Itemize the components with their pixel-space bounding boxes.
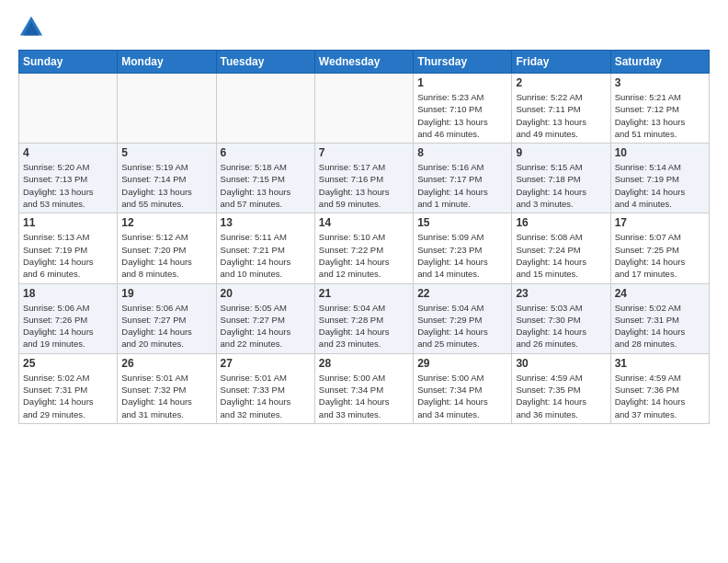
calendar-day-cell: 18Sunrise: 5:06 AMSunset: 7:26 PMDayligh… (19, 283, 118, 353)
calendar-day-cell: 13Sunrise: 5:11 AMSunset: 7:21 PMDayligh… (216, 213, 314, 283)
calendar-day-cell (19, 74, 118, 144)
day-of-week-header: Monday (118, 51, 216, 74)
day-of-week-header: Saturday (610, 51, 709, 74)
day-number: 11 (23, 216, 113, 229)
day-info: Sunrise: 5:06 AMSunset: 7:27 PMDaylight:… (121, 302, 211, 350)
day-number: 10 (615, 146, 705, 159)
calendar-day-cell: 2Sunrise: 5:22 AMSunset: 7:11 PMDaylight… (512, 74, 610, 144)
calendar-day-cell: 24Sunrise: 5:02 AMSunset: 7:31 PMDayligh… (610, 283, 709, 353)
day-number: 25 (23, 357, 113, 370)
day-info: Sunrise: 5:04 AMSunset: 7:28 PMDaylight:… (319, 302, 409, 350)
calendar-day-cell: 16Sunrise: 5:08 AMSunset: 7:24 PMDayligh… (512, 213, 610, 283)
day-number: 23 (516, 287, 606, 300)
day-number: 14 (319, 216, 409, 229)
day-info: Sunrise: 5:15 AMSunset: 7:18 PMDaylight:… (516, 161, 606, 210)
day-number: 24 (615, 287, 705, 300)
day-info: Sunrise: 5:11 AMSunset: 7:21 PMDaylight:… (221, 231, 311, 280)
calendar-day-cell: 7Sunrise: 5:17 AMSunset: 7:16 PMDaylight… (314, 144, 413, 213)
day-info: Sunrise: 5:00 AMSunset: 7:34 PMDaylight:… (417, 372, 507, 420)
day-number: 17 (615, 216, 705, 229)
calendar-week-row: 4Sunrise: 5:20 AMSunset: 7:13 PMDaylight… (19, 144, 710, 213)
calendar-day-cell (118, 74, 216, 144)
calendar-day-cell (216, 74, 314, 144)
logo-icon (18, 15, 44, 40)
day-number: 12 (121, 216, 211, 229)
day-number: 4 (23, 146, 113, 159)
calendar-day-cell: 20Sunrise: 5:05 AMSunset: 7:27 PMDayligh… (216, 283, 314, 353)
calendar-week-row: 11Sunrise: 5:13 AMSunset: 7:19 PMDayligh… (19, 213, 710, 283)
calendar-day-cell: 17Sunrise: 5:07 AMSunset: 7:25 PMDayligh… (610, 213, 709, 283)
day-number: 16 (516, 216, 606, 229)
calendar-day-cell: 15Sunrise: 5:09 AMSunset: 7:23 PMDayligh… (414, 213, 512, 283)
calendar-day-cell: 6Sunrise: 5:18 AMSunset: 7:15 PMDaylight… (216, 144, 314, 213)
calendar-day-cell: 12Sunrise: 5:12 AMSunset: 7:20 PMDayligh… (118, 213, 216, 283)
day-info: Sunrise: 5:21 AMSunset: 7:12 PMDaylight:… (615, 91, 705, 140)
day-number: 15 (417, 216, 507, 229)
calendar-day-cell: 29Sunrise: 5:00 AMSunset: 7:34 PMDayligh… (414, 353, 512, 423)
day-number: 5 (121, 146, 211, 159)
calendar-day-cell: 28Sunrise: 5:00 AMSunset: 7:34 PMDayligh… (314, 353, 413, 423)
day-number: 20 (221, 287, 311, 300)
calendar-day-cell: 3Sunrise: 5:21 AMSunset: 7:12 PMDaylight… (610, 74, 709, 144)
day-info: Sunrise: 5:13 AMSunset: 7:19 PMDaylight:… (23, 231, 113, 280)
day-number: 8 (417, 146, 507, 159)
calendar-week-row: 25Sunrise: 5:02 AMSunset: 7:31 PMDayligh… (19, 353, 710, 423)
day-info: Sunrise: 4:59 AMSunset: 7:35 PMDaylight:… (516, 372, 606, 420)
day-number: 6 (221, 146, 311, 159)
day-number: 29 (417, 357, 507, 370)
calendar-day-cell: 30Sunrise: 4:59 AMSunset: 7:35 PMDayligh… (512, 353, 610, 423)
day-info: Sunrise: 5:01 AMSunset: 7:32 PMDaylight:… (121, 372, 211, 420)
day-info: Sunrise: 5:08 AMSunset: 7:24 PMDaylight:… (516, 231, 606, 280)
day-info: Sunrise: 5:10 AMSunset: 7:22 PMDaylight:… (319, 231, 409, 280)
day-number: 26 (121, 357, 211, 370)
day-number: 22 (417, 287, 507, 300)
day-number: 19 (121, 287, 211, 300)
calendar-day-cell: 5Sunrise: 5:19 AMSunset: 7:14 PMDaylight… (118, 144, 216, 213)
calendar-day-cell: 9Sunrise: 5:15 AMSunset: 7:18 PMDaylight… (512, 144, 610, 213)
calendar-header-row: SundayMondayTuesdayWednesdayThursdayFrid… (19, 51, 710, 74)
calendar-day-cell: 25Sunrise: 5:02 AMSunset: 7:31 PMDayligh… (19, 353, 118, 423)
day-number: 13 (221, 216, 311, 229)
day-info: Sunrise: 5:19 AMSunset: 7:14 PMDaylight:… (121, 161, 211, 210)
calendar-day-cell: 26Sunrise: 5:01 AMSunset: 7:32 PMDayligh… (118, 353, 216, 423)
calendar-day-cell: 10Sunrise: 5:14 AMSunset: 7:19 PMDayligh… (610, 144, 709, 213)
day-number: 7 (319, 146, 409, 159)
calendar-day-cell: 1Sunrise: 5:23 AMSunset: 7:10 PMDaylight… (414, 74, 512, 144)
day-info: Sunrise: 5:22 AMSunset: 7:11 PMDaylight:… (516, 91, 606, 140)
calendar-day-cell: 21Sunrise: 5:04 AMSunset: 7:28 PMDayligh… (314, 283, 413, 353)
day-of-week-header: Tuesday (216, 51, 314, 74)
day-number: 30 (516, 357, 606, 370)
calendar-day-cell: 31Sunrise: 4:59 AMSunset: 7:36 PMDayligh… (610, 353, 709, 423)
day-info: Sunrise: 5:02 AMSunset: 7:31 PMDaylight:… (23, 372, 113, 420)
day-number: 21 (319, 287, 409, 300)
day-info: Sunrise: 5:03 AMSunset: 7:30 PMDaylight:… (516, 302, 606, 350)
day-info: Sunrise: 4:59 AMSunset: 7:36 PMDaylight:… (615, 372, 705, 420)
day-info: Sunrise: 5:18 AMSunset: 7:15 PMDaylight:… (221, 161, 311, 210)
day-info: Sunrise: 5:04 AMSunset: 7:29 PMDaylight:… (417, 302, 507, 350)
calendar-day-cell: 19Sunrise: 5:06 AMSunset: 7:27 PMDayligh… (118, 283, 216, 353)
day-of-week-header: Friday (512, 51, 610, 74)
day-number: 9 (516, 146, 606, 159)
day-number: 31 (615, 357, 705, 370)
day-of-week-header: Thursday (414, 51, 512, 74)
calendar-day-cell: 8Sunrise: 5:16 AMSunset: 7:17 PMDaylight… (414, 144, 512, 213)
calendar-day-cell: 27Sunrise: 5:01 AMSunset: 7:33 PMDayligh… (216, 353, 314, 423)
day-info: Sunrise: 5:23 AMSunset: 7:10 PMDaylight:… (417, 91, 507, 140)
day-info: Sunrise: 5:16 AMSunset: 7:17 PMDaylight:… (417, 161, 507, 210)
day-number: 1 (417, 76, 507, 89)
calendar-week-row: 1Sunrise: 5:23 AMSunset: 7:10 PMDaylight… (19, 74, 710, 144)
day-info: Sunrise: 5:01 AMSunset: 7:33 PMDaylight:… (221, 372, 311, 420)
day-number: 28 (319, 357, 409, 370)
logo (18, 15, 48, 40)
day-info: Sunrise: 5:07 AMSunset: 7:25 PMDaylight:… (615, 231, 705, 280)
day-number: 3 (615, 76, 705, 89)
calendar-day-cell: 22Sunrise: 5:04 AMSunset: 7:29 PMDayligh… (414, 283, 512, 353)
day-number: 27 (221, 357, 311, 370)
calendar-day-cell: 11Sunrise: 5:13 AMSunset: 7:19 PMDayligh… (19, 213, 118, 283)
page-header (18, 15, 710, 40)
day-info: Sunrise: 5:00 AMSunset: 7:34 PMDaylight:… (319, 372, 409, 420)
day-info: Sunrise: 5:17 AMSunset: 7:16 PMDaylight:… (319, 161, 409, 210)
day-info: Sunrise: 5:09 AMSunset: 7:23 PMDaylight:… (417, 231, 507, 280)
day-info: Sunrise: 5:20 AMSunset: 7:13 PMDaylight:… (23, 161, 113, 210)
day-number: 18 (23, 287, 113, 300)
